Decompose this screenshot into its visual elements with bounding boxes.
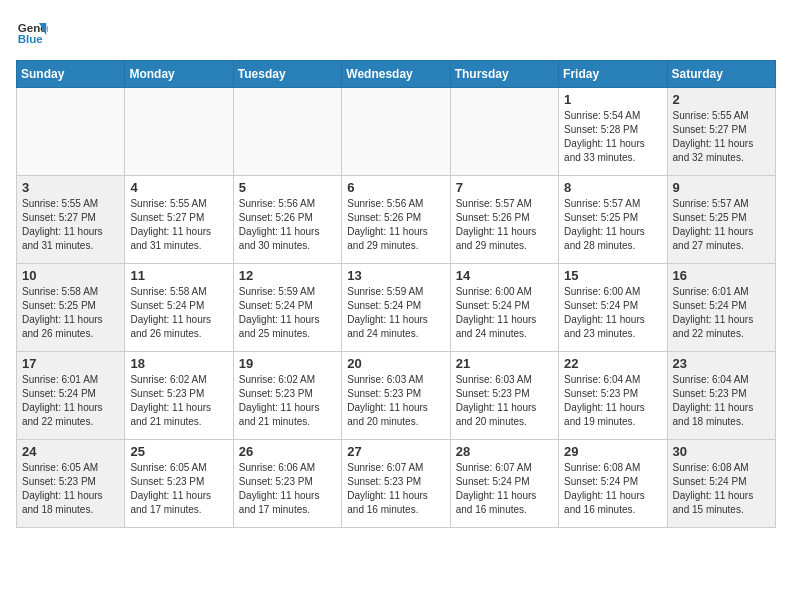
day-info: Sunrise: 5:59 AM Sunset: 5:24 PM Dayligh… <box>347 285 444 341</box>
day-number: 26 <box>239 444 336 459</box>
day-info: Sunrise: 5:58 AM Sunset: 5:25 PM Dayligh… <box>22 285 119 341</box>
calendar-cell: 15Sunrise: 6:00 AM Sunset: 5:24 PM Dayli… <box>559 264 667 352</box>
day-number: 21 <box>456 356 553 371</box>
day-info: Sunrise: 5:55 AM Sunset: 5:27 PM Dayligh… <box>130 197 227 253</box>
day-number: 14 <box>456 268 553 283</box>
calendar-cell <box>233 88 341 176</box>
calendar-cell <box>17 88 125 176</box>
day-info: Sunrise: 6:08 AM Sunset: 5:24 PM Dayligh… <box>673 461 770 517</box>
calendar-cell: 30Sunrise: 6:08 AM Sunset: 5:24 PM Dayli… <box>667 440 775 528</box>
day-info: Sunrise: 6:01 AM Sunset: 5:24 PM Dayligh… <box>673 285 770 341</box>
day-number: 5 <box>239 180 336 195</box>
calendar-cell: 14Sunrise: 6:00 AM Sunset: 5:24 PM Dayli… <box>450 264 558 352</box>
day-info: Sunrise: 6:07 AM Sunset: 5:23 PM Dayligh… <box>347 461 444 517</box>
calendar-cell: 10Sunrise: 5:58 AM Sunset: 5:25 PM Dayli… <box>17 264 125 352</box>
col-header-thursday: Thursday <box>450 61 558 88</box>
week-row-1: 1Sunrise: 5:54 AM Sunset: 5:28 PM Daylig… <box>17 88 776 176</box>
day-number: 2 <box>673 92 770 107</box>
day-number: 29 <box>564 444 661 459</box>
calendar-cell: 5Sunrise: 5:56 AM Sunset: 5:26 PM Daylig… <box>233 176 341 264</box>
day-info: Sunrise: 6:00 AM Sunset: 5:24 PM Dayligh… <box>564 285 661 341</box>
day-number: 16 <box>673 268 770 283</box>
week-row-2: 3Sunrise: 5:55 AM Sunset: 5:27 PM Daylig… <box>17 176 776 264</box>
day-info: Sunrise: 5:56 AM Sunset: 5:26 PM Dayligh… <box>347 197 444 253</box>
calendar-cell <box>342 88 450 176</box>
day-info: Sunrise: 5:58 AM Sunset: 5:24 PM Dayligh… <box>130 285 227 341</box>
day-info: Sunrise: 5:55 AM Sunset: 5:27 PM Dayligh… <box>22 197 119 253</box>
day-info: Sunrise: 6:03 AM Sunset: 5:23 PM Dayligh… <box>456 373 553 429</box>
calendar-cell: 9Sunrise: 5:57 AM Sunset: 5:25 PM Daylig… <box>667 176 775 264</box>
day-number: 15 <box>564 268 661 283</box>
day-number: 10 <box>22 268 119 283</box>
calendar-cell: 20Sunrise: 6:03 AM Sunset: 5:23 PM Dayli… <box>342 352 450 440</box>
day-number: 30 <box>673 444 770 459</box>
day-info: Sunrise: 5:59 AM Sunset: 5:24 PM Dayligh… <box>239 285 336 341</box>
calendar-cell: 11Sunrise: 5:58 AM Sunset: 5:24 PM Dayli… <box>125 264 233 352</box>
day-info: Sunrise: 6:03 AM Sunset: 5:23 PM Dayligh… <box>347 373 444 429</box>
day-number: 20 <box>347 356 444 371</box>
calendar-cell: 3Sunrise: 5:55 AM Sunset: 5:27 PM Daylig… <box>17 176 125 264</box>
logo-icon: General Blue <box>16 16 48 48</box>
day-number: 9 <box>673 180 770 195</box>
day-info: Sunrise: 5:57 AM Sunset: 5:25 PM Dayligh… <box>564 197 661 253</box>
day-info: Sunrise: 6:05 AM Sunset: 5:23 PM Dayligh… <box>130 461 227 517</box>
day-number: 24 <box>22 444 119 459</box>
calendar-table: SundayMondayTuesdayWednesdayThursdayFrid… <box>16 60 776 528</box>
day-number: 13 <box>347 268 444 283</box>
day-info: Sunrise: 6:02 AM Sunset: 5:23 PM Dayligh… <box>239 373 336 429</box>
calendar-cell: 19Sunrise: 6:02 AM Sunset: 5:23 PM Dayli… <box>233 352 341 440</box>
calendar-cell: 8Sunrise: 5:57 AM Sunset: 5:25 PM Daylig… <box>559 176 667 264</box>
day-number: 4 <box>130 180 227 195</box>
calendar-cell: 25Sunrise: 6:05 AM Sunset: 5:23 PM Dayli… <box>125 440 233 528</box>
calendar-cell: 22Sunrise: 6:04 AM Sunset: 5:23 PM Dayli… <box>559 352 667 440</box>
day-info: Sunrise: 6:07 AM Sunset: 5:24 PM Dayligh… <box>456 461 553 517</box>
calendar-cell: 4Sunrise: 5:55 AM Sunset: 5:27 PM Daylig… <box>125 176 233 264</box>
day-number: 3 <box>22 180 119 195</box>
calendar-cell: 28Sunrise: 6:07 AM Sunset: 5:24 PM Dayli… <box>450 440 558 528</box>
calendar-cell: 6Sunrise: 5:56 AM Sunset: 5:26 PM Daylig… <box>342 176 450 264</box>
calendar-cell: 21Sunrise: 6:03 AM Sunset: 5:23 PM Dayli… <box>450 352 558 440</box>
col-header-friday: Friday <box>559 61 667 88</box>
calendar-cell: 7Sunrise: 5:57 AM Sunset: 5:26 PM Daylig… <box>450 176 558 264</box>
calendar-cell: 16Sunrise: 6:01 AM Sunset: 5:24 PM Dayli… <box>667 264 775 352</box>
day-info: Sunrise: 5:57 AM Sunset: 5:26 PM Dayligh… <box>456 197 553 253</box>
calendar-cell: 17Sunrise: 6:01 AM Sunset: 5:24 PM Dayli… <box>17 352 125 440</box>
calendar-cell: 29Sunrise: 6:08 AM Sunset: 5:24 PM Dayli… <box>559 440 667 528</box>
day-info: Sunrise: 6:02 AM Sunset: 5:23 PM Dayligh… <box>130 373 227 429</box>
day-info: Sunrise: 5:55 AM Sunset: 5:27 PM Dayligh… <box>673 109 770 165</box>
day-number: 18 <box>130 356 227 371</box>
day-number: 7 <box>456 180 553 195</box>
day-info: Sunrise: 6:06 AM Sunset: 5:23 PM Dayligh… <box>239 461 336 517</box>
day-info: Sunrise: 5:56 AM Sunset: 5:26 PM Dayligh… <box>239 197 336 253</box>
calendar-cell: 1Sunrise: 5:54 AM Sunset: 5:28 PM Daylig… <box>559 88 667 176</box>
page-header: General Blue <box>16 16 776 48</box>
calendar-cell: 27Sunrise: 6:07 AM Sunset: 5:23 PM Dayli… <box>342 440 450 528</box>
day-number: 28 <box>456 444 553 459</box>
day-number: 23 <box>673 356 770 371</box>
day-info: Sunrise: 5:57 AM Sunset: 5:25 PM Dayligh… <box>673 197 770 253</box>
col-header-saturday: Saturday <box>667 61 775 88</box>
day-info: Sunrise: 6:01 AM Sunset: 5:24 PM Dayligh… <box>22 373 119 429</box>
calendar-cell: 13Sunrise: 5:59 AM Sunset: 5:24 PM Dayli… <box>342 264 450 352</box>
day-info: Sunrise: 6:04 AM Sunset: 5:23 PM Dayligh… <box>564 373 661 429</box>
day-number: 22 <box>564 356 661 371</box>
calendar-cell: 18Sunrise: 6:02 AM Sunset: 5:23 PM Dayli… <box>125 352 233 440</box>
day-number: 25 <box>130 444 227 459</box>
col-header-tuesday: Tuesday <box>233 61 341 88</box>
week-row-5: 24Sunrise: 6:05 AM Sunset: 5:23 PM Dayli… <box>17 440 776 528</box>
day-info: Sunrise: 6:08 AM Sunset: 5:24 PM Dayligh… <box>564 461 661 517</box>
day-info: Sunrise: 6:04 AM Sunset: 5:23 PM Dayligh… <box>673 373 770 429</box>
calendar-cell: 23Sunrise: 6:04 AM Sunset: 5:23 PM Dayli… <box>667 352 775 440</box>
day-number: 27 <box>347 444 444 459</box>
week-row-3: 10Sunrise: 5:58 AM Sunset: 5:25 PM Dayli… <box>17 264 776 352</box>
day-number: 17 <box>22 356 119 371</box>
calendar-cell: 26Sunrise: 6:06 AM Sunset: 5:23 PM Dayli… <box>233 440 341 528</box>
day-number: 11 <box>130 268 227 283</box>
week-row-4: 17Sunrise: 6:01 AM Sunset: 5:24 PM Dayli… <box>17 352 776 440</box>
logo: General Blue <box>16 16 48 48</box>
calendar-cell <box>450 88 558 176</box>
col-header-sunday: Sunday <box>17 61 125 88</box>
svg-text:Blue: Blue <box>18 33 44 45</box>
day-info: Sunrise: 6:00 AM Sunset: 5:24 PM Dayligh… <box>456 285 553 341</box>
day-info: Sunrise: 5:54 AM Sunset: 5:28 PM Dayligh… <box>564 109 661 165</box>
